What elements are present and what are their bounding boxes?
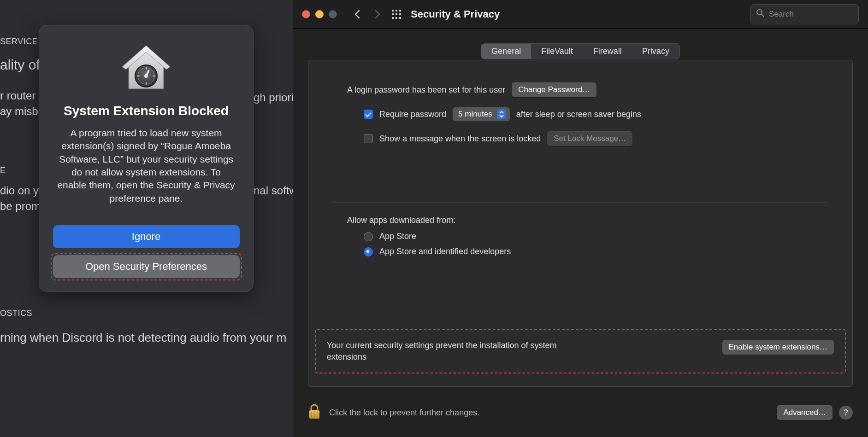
bg-heading-service: SERVICE (0, 37, 38, 47)
window-title: Security & Privacy (411, 8, 500, 20)
bg-line: r router t (0, 89, 42, 102)
security-house-icon (121, 44, 171, 93)
window-controls (302, 10, 337, 18)
system-extensions-notice: Your current security settings prevent t… (315, 329, 846, 373)
change-password-button[interactable]: Change Password… (512, 82, 596, 97)
lock-message: Click the lock to prevent further change… (329, 408, 479, 418)
bg-line: gh priori (254, 91, 293, 104)
bg-line: nal softw (254, 184, 293, 197)
bg-heading-e: E (0, 166, 6, 175)
panel-footer: Click the lock to prevent further change… (308, 401, 853, 424)
password-delay-value: 5 minutes (458, 110, 492, 119)
radio-app-store-label: App Store (379, 232, 416, 241)
back-button[interactable] (351, 8, 364, 21)
svg-line-20 (762, 14, 764, 17)
updown-icon (497, 109, 506, 119)
radio-app-store[interactable] (364, 232, 373, 241)
svg-rect-12 (399, 10, 401, 12)
forward-button[interactable] (371, 8, 384, 21)
radio-identified-label: App Store and identified developers (379, 247, 511, 256)
svg-rect-16 (392, 17, 394, 19)
sheet-title: System Extension Blocked (64, 104, 229, 118)
show-lock-message-checkbox[interactable] (364, 134, 373, 143)
svg-rect-15 (399, 13, 401, 15)
lock-icon[interactable] (308, 404, 321, 422)
show-lock-message-label: Show a message when the screen is locked (379, 134, 541, 144)
tab-filevault[interactable]: FileVault (531, 44, 583, 59)
notice-message: Your current security settings prevent t… (327, 340, 567, 362)
svg-point-9 (144, 74, 148, 78)
system-extension-blocked-sheet: System Extension Blocked A program tried… (39, 25, 254, 292)
minimize-window-button[interactable] (315, 10, 324, 18)
sheet-body: A program tried to load new system exten… (53, 127, 239, 205)
require-password-label: Require password (379, 110, 446, 119)
svg-rect-18 (399, 17, 401, 19)
login-password-label: A login password has been set for this u… (347, 85, 505, 95)
search-field[interactable] (750, 4, 859, 24)
bg-line: rning when Discord is not detecting audi… (0, 331, 286, 345)
svg-rect-17 (396, 17, 397, 19)
bg-heading-diagnostics: OSTICS (0, 309, 32, 318)
allow-apps-heading: Allow apps downloaded from: (347, 216, 455, 225)
advanced-button[interactable]: Advanced… (777, 405, 833, 420)
discord-background: SERVICE ality of S r router t ay misbe g… (0, 0, 293, 437)
bg-line: ay misbe (0, 105, 44, 118)
ignore-button[interactable]: Ignore (53, 225, 240, 248)
close-window-button[interactable] (302, 10, 310, 18)
svg-rect-14 (396, 13, 397, 15)
bg-line: be prom (0, 200, 41, 213)
bg-line: dio on y (0, 184, 39, 197)
titlebar: Security & Privacy (293, 0, 868, 29)
svg-rect-10 (392, 10, 394, 12)
help-button[interactable]: ? (839, 406, 853, 420)
general-panel: A login password has been set for this u… (308, 60, 853, 387)
after-sleep-label: after sleep or screen saver begins (516, 110, 641, 119)
svg-rect-13 (392, 13, 394, 15)
tab-privacy[interactable]: Privacy (632, 44, 679, 59)
zoom-window-button[interactable] (329, 10, 337, 18)
search-icon (756, 9, 764, 19)
show-all-icon[interactable] (391, 9, 402, 19)
enable-system-extensions-button[interactable]: Enable system extensions… (722, 340, 834, 355)
system-preferences-window: Security & Privacy General FileVault Fir… (293, 0, 868, 437)
require-password-checkbox[interactable] (364, 110, 373, 119)
set-lock-message-button[interactable]: Set Lock Message… (547, 131, 632, 146)
tab-general[interactable]: General (481, 44, 531, 59)
tab-bar: General FileVault Firewall Privacy (293, 43, 868, 59)
radio-identified-developers[interactable] (364, 247, 373, 256)
password-delay-select[interactable]: 5 minutes (453, 107, 510, 121)
open-security-preferences-button[interactable]: Open Security Preferences (53, 255, 240, 278)
search-input[interactable] (768, 9, 853, 19)
divider (333, 202, 827, 203)
svg-rect-11 (396, 10, 397, 12)
tab-firewall[interactable]: Firewall (583, 44, 632, 59)
